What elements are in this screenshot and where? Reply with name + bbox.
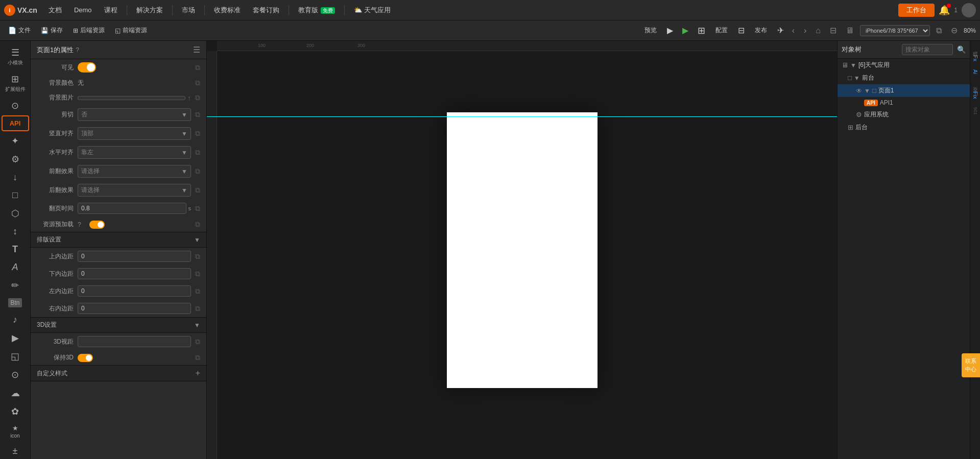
prop-visible-copy[interactable]: ⧉: [195, 63, 200, 72]
toolbar-preview[interactable]: 预览: [640, 24, 661, 37]
sidebar-btn-flower[interactable]: ✿: [2, 403, 29, 420]
sidebar-btn-updown[interactable]: ↕: [2, 223, 29, 240]
toolbar-save[interactable]: 💾 保存: [37, 24, 67, 37]
prop-perspective-copy[interactable]: ⧉: [195, 337, 200, 346]
keep3d-toggle[interactable]: [78, 354, 93, 362]
tree-item-page1[interactable]: 👁 ▼ □ 页面1: [838, 84, 970, 97]
prop-top-inner-input[interactable]: [78, 251, 191, 262]
prop-bgimg-input[interactable]: [78, 96, 185, 100]
sidebar-btn-plusminus[interactable]: ±: [2, 443, 29, 459]
toolbar-split[interactable]: ⊟: [827, 25, 840, 36]
tree-item-appsystem[interactable]: ⚙ 应用系统: [838, 108, 970, 121]
prop-preload-copy[interactable]: ⧉: [195, 220, 200, 229]
sidebar-btn-pen[interactable]: ✏: [2, 277, 29, 294]
prop-preload-help[interactable]: ?: [78, 221, 81, 228]
sidebar-btn-gear[interactable]: ⚙: [2, 151, 29, 168]
object-tree-search[interactable]: [902, 44, 953, 55]
toolbar-nav-home[interactable]: ⌂: [812, 25, 824, 36]
prop-left-inner-copy[interactable]: ⧉: [195, 287, 200, 296]
nav-plan[interactable]: 套餐订购: [248, 4, 284, 17]
props-help-icon[interactable]: ?: [76, 46, 79, 54]
vtab-style[interactable]: 样式: [970, 43, 981, 51]
vtab-501[interactable]: 501: [971, 103, 979, 119]
prop-halign-select[interactable]: 靠左 ▼: [78, 146, 191, 159]
sidebar-btn-download[interactable]: ↓: [2, 169, 29, 186]
toolbar-file[interactable]: 📄 文件: [4, 24, 35, 37]
custom-section-header[interactable]: 自定义样式 +: [31, 365, 206, 381]
logo[interactable]: i VX.cn: [4, 5, 37, 16]
prop-right-inner-copy[interactable]: ⧉: [195, 304, 200, 313]
sidebar-btn-text[interactable]: T: [2, 241, 29, 258]
tree-item-frontend[interactable]: □ ▼ 前台: [838, 71, 970, 84]
device-selector[interactable]: iPhone6/7/8 375*667: [860, 25, 930, 36]
props-menu-icon[interactable]: ☰: [193, 45, 200, 55]
vtab-fix[interactable]: Fix: [971, 88, 980, 102]
prop-left-inner-input[interactable]: [78, 285, 191, 297]
toolbar-nav-next[interactable]: ›: [801, 25, 809, 36]
nav-docs[interactable]: 文档: [43, 4, 67, 17]
prop-halign-copy[interactable]: ⧉: [195, 148, 200, 157]
prop-perspective-input[interactable]: [78, 336, 191, 347]
nav-market[interactable]: 市场: [177, 4, 200, 17]
toolbar-publish[interactable]: 发布: [751, 24, 771, 37]
sidebar-btn-circle[interactable]: ⊙: [2, 97, 29, 114]
prop-bottom-inner-input[interactable]: [78, 268, 191, 279]
prop-bgcolor-copy[interactable]: ⧉: [195, 79, 200, 87]
toolbar-zoom-out[interactable]: ⊖: [948, 25, 961, 36]
visible-toggle[interactable]: [78, 62, 96, 73]
search-icon[interactable]: 🔍: [957, 45, 966, 54]
nav-pricing[interactable]: 收费标准: [209, 4, 246, 17]
nav-course[interactable]: 课程: [99, 4, 123, 17]
vtab-ai[interactable]: Ai: [971, 65, 979, 78]
toolbar-frontend-res[interactable]: ◱ 前端资源: [111, 24, 151, 37]
contact-center-button[interactable]: 联系中心: [962, 353, 980, 377]
prop-clip-select[interactable]: 否 ▼: [78, 108, 191, 121]
prop-fliptime-copy[interactable]: ⧉: [195, 204, 200, 213]
toolbar-sliders[interactable]: ⊟: [735, 23, 748, 37]
vtab-fx[interactable]: Fx: [971, 52, 980, 64]
toolbar-backend-res[interactable]: ⊞ 后端资源: [69, 24, 109, 37]
prop-keep3d-copy[interactable]: ⧉: [195, 353, 200, 362]
toolbar-play1[interactable]: ▶: [664, 23, 676, 37]
toolbar-desktop[interactable]: 🖥: [843, 25, 857, 36]
sidebar-btn-extend[interactable]: ⊞ 扩展组件: [2, 70, 29, 96]
custom-add-icon[interactable]: +: [196, 369, 200, 378]
sidebar-btn-video[interactable]: ▶: [2, 329, 29, 347]
tree-item-api1[interactable]: API API1: [838, 97, 970, 108]
sidebar-btn-cloud[interactable]: ☁: [2, 384, 29, 402]
prop-fliptime-input[interactable]: [78, 203, 186, 214]
phone-canvas[interactable]: [447, 112, 597, 388]
prop-right-inner-input[interactable]: [78, 303, 191, 314]
sidebar-btn-btn[interactable]: Btn: [2, 295, 29, 310]
sidebar-btn-frame[interactable]: ◱: [2, 348, 29, 365]
sidebar-btn-textA[interactable]: A: [2, 259, 29, 276]
prop-backanim-select[interactable]: 请选择 ▼: [78, 184, 191, 197]
prop-top-inner-copy[interactable]: ⧉: [195, 252, 200, 261]
nav-demo[interactable]: Demo: [69, 4, 97, 16]
upload-icon[interactable]: ↑: [187, 94, 191, 102]
vtab-interact[interactable]: 交互: [970, 79, 981, 87]
nav-weather[interactable]: ⛅ 天气应用: [349, 4, 396, 17]
sidebar-btn-api[interactable]: API: [2, 115, 29, 131]
user-avatar[interactable]: [962, 3, 976, 17]
prop-valign-copy[interactable]: ⧉: [195, 129, 200, 138]
work-button[interactable]: 工作台: [898, 4, 935, 17]
threed-section-header[interactable]: 3D设置 ▼: [31, 317, 206, 333]
sidebar-btn-staricon[interactable]: ★ icon: [2, 421, 29, 442]
toolbar-send[interactable]: ✈: [774, 23, 787, 37]
prop-backanim-copy[interactable]: ⧉: [195, 186, 200, 195]
sidebar-btn-star[interactable]: ✦: [2, 132, 29, 150]
sidebar-btn-hex[interactable]: ⬡: [2, 205, 29, 222]
prop-frontanim-select[interactable]: 请选择 ▼: [78, 165, 191, 178]
sidebar-btn-circle2[interactable]: ⊙: [2, 366, 29, 383]
nav-education[interactable]: 教育版 免费: [293, 4, 341, 17]
prop-bottom-inner-copy[interactable]: ⧉: [195, 270, 200, 278]
nav-solution[interactable]: 解决方案: [131, 4, 168, 17]
preload-toggle[interactable]: [89, 221, 105, 229]
sidebar-btn-square1[interactable]: □: [2, 187, 29, 204]
toolbar-config[interactable]: 配置: [711, 24, 732, 37]
toolbar-grid[interactable]: ⊞: [695, 23, 708, 38]
sidebar-btn-module[interactable]: ☰ 小模块: [2, 44, 29, 69]
sidebar-btn-music[interactable]: ♪: [2, 311, 29, 328]
toolbar-copy-device[interactable]: ⧉: [933, 25, 945, 36]
